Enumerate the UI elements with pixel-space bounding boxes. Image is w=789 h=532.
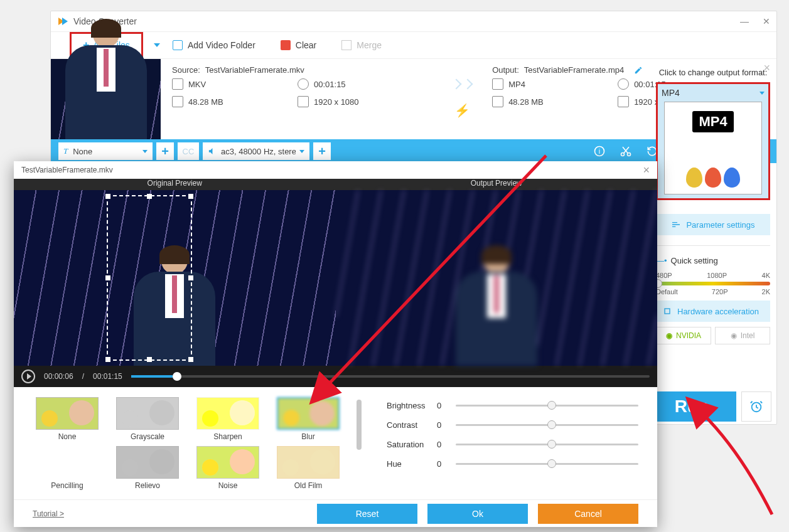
play-button[interactable] [21, 370, 35, 383]
audio-info: ac3, 48000 Hz, stereo [221, 147, 296, 156]
audio-select[interactable]: ac3, 48000 Hz, stereo [203, 142, 309, 160]
preview-headers: Original Preview Output Preview [14, 179, 657, 190]
add-audio-button[interactable]: + [313, 142, 331, 160]
effect-thumb [36, 397, 99, 430]
clock-icon [298, 78, 309, 90]
modal-filename: TestVariableFramerate.mkv [21, 166, 113, 174]
effect-label: Relievo [113, 481, 182, 490]
play-icon [27, 373, 31, 380]
sliders-icon [671, 220, 681, 230]
slider-hue: Hue0 [387, 459, 638, 469]
nvidia-chip[interactable]: ◉NVIDIA [656, 327, 711, 344]
slider-brightness: Brightness0 [387, 401, 638, 410]
modal-titlebar: TestVariableFramerate.mkv × [14, 161, 657, 179]
output-label: Output: [492, 65, 519, 75]
cc-button[interactable]: CC [178, 142, 199, 160]
slider-track[interactable] [456, 463, 638, 465]
slider-track[interactable] [456, 444, 638, 445]
lightning-icon: ⚡ [454, 103, 470, 118]
svg-text:i: i [599, 147, 600, 155]
source-info: Source: TestVariableFramerate.mkv MKV 48… [161, 59, 443, 139]
format-name: MP4 [662, 88, 680, 98]
ok-button[interactable]: Ok [427, 504, 528, 524]
slider-track[interactable] [456, 405, 638, 407]
effect-noise[interactable]: Noise [193, 446, 262, 490]
run-button[interactable]: Run [647, 391, 736, 422]
effects-scrollbar[interactable] [357, 400, 362, 450]
add-subtitle-button[interactable]: + [156, 142, 174, 160]
effect-relievo[interactable]: Relievo [113, 446, 182, 490]
scale-2k: 2K [762, 288, 770, 295]
close-window-button[interactable]: ✕ [763, 16, 770, 26]
merge-icon [341, 40, 352, 50]
effect-label: Sharpen [193, 432, 262, 441]
hardware-acceleration-button[interactable]: Hardware acceleration [656, 301, 770, 322]
original-preview-label: Original Preview [14, 179, 336, 190]
minimize-button[interactable]: — [740, 16, 749, 26]
parameter-settings-button[interactable]: Parameter settings [656, 214, 770, 235]
add-folder-label: Add Video Folder [188, 40, 255, 50]
schedule-button[interactable] [741, 391, 771, 422]
slider-track[interactable] [456, 424, 638, 426]
info-button[interactable]: i [588, 139, 611, 163]
trash-icon [281, 40, 291, 50]
tutorial-link[interactable]: Tutorial > [33, 509, 64, 518]
output-filename: TestVariableFramerate.mp4 [524, 65, 624, 75]
effect-old-film[interactable]: Old Film [274, 446, 343, 490]
merge-label: Merge [357, 40, 382, 50]
effect-none[interactable]: None [33, 397, 102, 441]
hw-accel-label: Hardware acceleration [677, 307, 759, 316]
sidebar: Click to change output format: MP4 MP4 P… [650, 59, 776, 425]
effect-sharpen[interactable]: Sharpen [193, 397, 262, 441]
time-current: 00:00:06 [44, 372, 73, 381]
time-total: 00:01:15 [93, 372, 122, 381]
reset-button[interactable]: Reset [317, 504, 417, 524]
progress-slider[interactable] [131, 375, 650, 378]
effect-label: None [33, 432, 102, 441]
effect-pencilling[interactable]: Pencilling [33, 446, 102, 490]
effect-grayscale[interactable]: Grayscale [113, 397, 182, 441]
cancel-button[interactable]: Cancel [538, 504, 638, 524]
intel-icon: ◉ [731, 331, 737, 340]
format-preview: MP4 [664, 102, 762, 194]
output-preview [336, 190, 658, 366]
effect-blur[interactable]: Blur [274, 397, 343, 441]
add-video-folder-button[interactable]: Add Video Folder [173, 40, 255, 50]
intel-chip[interactable]: ◉Intel [715, 327, 770, 344]
slider-label: Contrast [387, 420, 437, 430]
format-selector[interactable]: MP4 MP4 [658, 84, 768, 198]
scale-4k: 4K [762, 272, 770, 279]
chevron-down-icon [759, 92, 765, 95]
slider-label: Brightness [387, 401, 437, 410]
merge-button: Merge [341, 40, 382, 50]
slider-value: 0 [437, 420, 456, 430]
conversion-arrow: ⚡ [443, 59, 481, 139]
player-controls: 00:00:06 / 00:01:15 [14, 366, 657, 387]
quick-setting-label: —• Quick setting [656, 256, 770, 265]
clear-button[interactable]: Clear [281, 40, 316, 50]
file-thumbnail[interactable] [51, 59, 161, 139]
original-preview[interactable] [14, 190, 336, 366]
cut-button[interactable] [615, 139, 637, 163]
subtitle-select[interactable]: T None [58, 142, 153, 160]
edit-output-name-button[interactable] [634, 66, 643, 75]
intel-label: Intel [741, 331, 755, 340]
mp4-chip: MP4 [692, 111, 733, 132]
source-resolution: 1920 x 1080 [314, 97, 359, 107]
slider-value: 0 [437, 401, 456, 410]
size-icon [492, 96, 503, 107]
effects-grid: NoneGrayscaleSharpenBlurPencillingReliev… [33, 397, 343, 490]
source-label: Source: [172, 65, 200, 75]
slider-label: Saturation [387, 440, 437, 449]
crop-selection[interactable] [107, 195, 192, 361]
output-format: MP4 [508, 80, 525, 89]
quality-slider[interactable] [656, 282, 770, 285]
effect-thumb [196, 446, 259, 479]
clock-icon [618, 78, 629, 90]
adjustment-sliders: Brightness0Contrast0Saturation0Hue0 [387, 397, 638, 490]
format-icon [492, 78, 503, 90]
modal-close-button[interactable]: × [643, 164, 650, 177]
scale-480p: 480P [656, 272, 672, 279]
folder-icon [173, 40, 183, 50]
source-filename: TestVariableFramerate.mkv [205, 65, 304, 75]
